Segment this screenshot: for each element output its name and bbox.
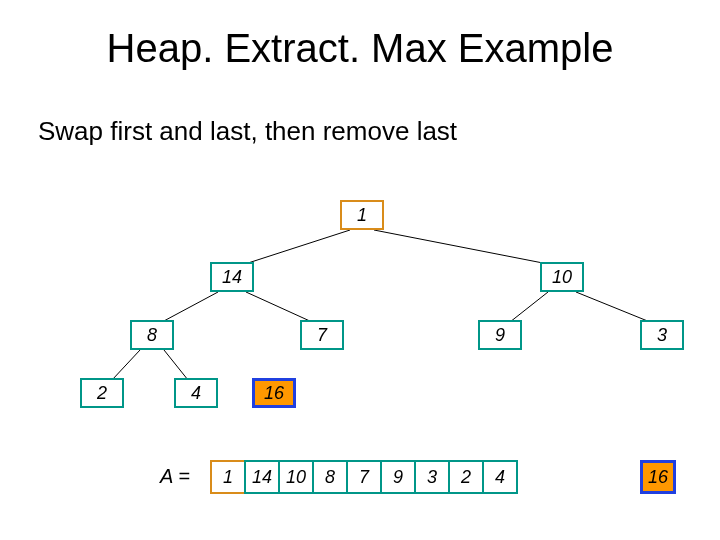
tree-node-removed: 16 (252, 378, 296, 408)
tree-node: 9 (478, 320, 522, 350)
array-cell: 14 (244, 460, 280, 494)
tree-node: 4 (174, 378, 218, 408)
tree-node: 10 (540, 262, 584, 292)
tree-node: 8 (130, 320, 174, 350)
heap-tree: 1 14 10 8 7 9 3 2 4 16 (0, 0, 720, 540)
tree-node: 2 (80, 378, 124, 408)
array-label: A = (160, 465, 190, 488)
array-cell: 9 (380, 460, 416, 494)
array-cell: 4 (482, 460, 518, 494)
array-cell: 3 (414, 460, 450, 494)
array-cell: 7 (346, 460, 382, 494)
array-cell: 2 (448, 460, 484, 494)
heap-array: 1 14 10 8 7 9 3 2 4 (210, 460, 518, 494)
tree-node-root: 1 (340, 200, 384, 230)
array-cell: 8 (312, 460, 348, 494)
tree-node: 3 (640, 320, 684, 350)
array-cell: 1 (210, 460, 246, 494)
array-cell: 10 (278, 460, 314, 494)
extracted-value: 16 (640, 460, 676, 494)
tree-node: 14 (210, 262, 254, 292)
tree-node: 7 (300, 320, 344, 350)
